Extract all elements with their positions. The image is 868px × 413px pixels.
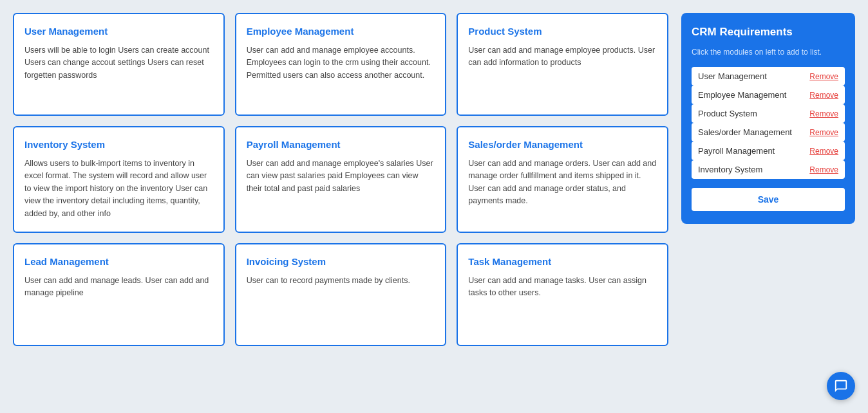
- module-card-task-management[interactable]: Task ManagementUser can add and manage t…: [457, 243, 668, 346]
- module-description: User can add and manage employee account…: [247, 44, 435, 82]
- remove-link[interactable]: Remove: [809, 147, 838, 156]
- chat-button[interactable]: [827, 372, 855, 400]
- remove-link[interactable]: Remove: [809, 128, 838, 137]
- requirements-list: User ManagementRemoveEmployee Management…: [692, 67, 845, 179]
- requirement-item-0: User ManagementRemove: [692, 67, 845, 86]
- module-description: User can add and manage leads. User can …: [24, 275, 213, 300]
- requirement-label: Sales/order Management: [698, 127, 792, 137]
- module-description: User can add and manage employee product…: [468, 44, 657, 69]
- module-title: Inventory System: [24, 139, 213, 150]
- requirement-item-3: Sales/order ManagementRemove: [692, 123, 845, 142]
- requirement-item-4: Payroll ManagementRemove: [692, 142, 845, 160]
- module-card-payroll-management[interactable]: Payroll ManagementUser can add and manag…: [235, 126, 447, 233]
- remove-link[interactable]: Remove: [809, 109, 838, 118]
- module-title: Employee Management: [247, 26, 435, 37]
- requirement-item-1: Employee ManagementRemove: [692, 86, 845, 104]
- requirement-label: Product System: [698, 109, 757, 118]
- sidebar: CRM Requirements Click the modules on le…: [681, 13, 855, 224]
- requirement-label: Payroll Management: [698, 146, 775, 156]
- module-card-inventory-system[interactable]: Inventory SystemAllows users to bulk-imp…: [13, 126, 225, 233]
- module-card-user-management[interactable]: User ManagementUsers will be able to log…: [13, 13, 225, 116]
- main-container: User ManagementUsers will be able to log…: [0, 0, 868, 359]
- module-title: Payroll Management: [247, 139, 435, 150]
- module-title: Task Management: [468, 256, 657, 267]
- requirement-label: User Management: [698, 71, 767, 81]
- modules-grid: User ManagementUsers will be able to log…: [13, 13, 668, 346]
- module-description: User can add and manage employee's salar…: [247, 158, 435, 195]
- requirement-item-5: Inventory SystemRemove: [692, 160, 845, 179]
- module-card-employee-management[interactable]: Employee ManagementUser can add and mana…: [235, 13, 447, 116]
- module-description: Allows users to bulk-import items to inv…: [24, 158, 213, 220]
- requirement-label: Employee Management: [698, 90, 786, 100]
- requirement-item-2: Product SystemRemove: [692, 104, 845, 123]
- requirement-label: Inventory System: [698, 165, 762, 174]
- remove-link[interactable]: Remove: [809, 91, 838, 100]
- module-card-product-system[interactable]: Product SystemUser can add and manage em…: [457, 13, 668, 116]
- remove-link[interactable]: Remove: [809, 72, 838, 81]
- module-card-sales/order-management[interactable]: Sales/order ManagementUser can add and m…: [457, 126, 668, 233]
- chat-icon: [834, 379, 848, 393]
- module-description: User can to record payments made by clie…: [247, 275, 435, 287]
- module-card-invoicing-system[interactable]: Invoicing SystemUser can to record payme…: [235, 243, 447, 346]
- module-card-lead-management[interactable]: Lead ManagementUser can add and manage l…: [13, 243, 225, 346]
- module-description: User can add and manage orders. User can…: [468, 158, 657, 208]
- module-title: Lead Management: [24, 256, 213, 267]
- module-title: Sales/order Management: [468, 139, 657, 150]
- module-title: User Management: [24, 26, 213, 37]
- sidebar-title: CRM Requirements: [692, 26, 845, 39]
- module-title: Invoicing System: [247, 256, 435, 267]
- module-description: Users will be able to login Users can cr…: [24, 44, 213, 82]
- module-description: User can add and manage tasks. User can …: [468, 275, 657, 300]
- remove-link[interactable]: Remove: [809, 165, 838, 174]
- save-button[interactable]: Save: [692, 188, 845, 211]
- sidebar-subtitle: Click the modules on left to add to list…: [692, 48, 845, 57]
- module-title: Product System: [468, 26, 657, 37]
